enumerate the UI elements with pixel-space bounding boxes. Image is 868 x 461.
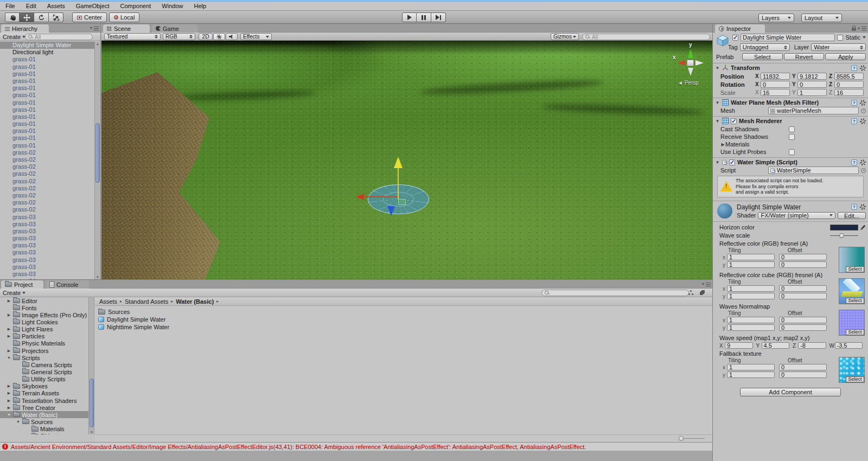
gear-icon[interactable] bbox=[860, 118, 866, 124]
wave-speed-x-field[interactable]: 9 bbox=[725, 342, 753, 349]
texture-preview[interactable]: Select bbox=[839, 357, 865, 383]
hierarchy-item[interactable]: grass-03 bbox=[0, 257, 94, 264]
hierarchy-item[interactable]: grass-03 bbox=[0, 249, 94, 256]
project-file-item[interactable]: Nighttime Simple Water bbox=[98, 323, 712, 331]
hierarchy-item[interactable]: grass-01 bbox=[0, 113, 94, 120]
tag-dropdown[interactable]: Untagged bbox=[740, 43, 790, 51]
foldout-closed-icon[interactable]: ▶ bbox=[720, 142, 725, 147]
project-tree-item[interactable]: ▶Projectors bbox=[0, 347, 88, 354]
hand-tool-button[interactable] bbox=[5, 12, 20, 22]
project-tree-item[interactable]: Physic Materials bbox=[0, 340, 88, 347]
menu-item-help[interactable]: Help bbox=[188, 2, 212, 11]
object-picker-icon[interactable] bbox=[861, 168, 866, 173]
hierarchy-item[interactable]: grass-02 bbox=[0, 149, 94, 156]
axis-y-cone[interactable] bbox=[688, 49, 693, 58]
foldout-closed-icon[interactable]: ▶ bbox=[7, 384, 11, 388]
gear-icon[interactable] bbox=[860, 65, 866, 71]
texture-select-button[interactable]: Select bbox=[846, 376, 864, 382]
color-mode-dropdown[interactable]: RGB bbox=[163, 33, 195, 40]
transform-header[interactable]: ▼ Transform bbox=[713, 63, 868, 72]
breadcrumb-segment[interactable]: Water (Basic) bbox=[176, 298, 214, 305]
scroll-down-icon[interactable]: ▼ bbox=[90, 431, 93, 434]
hierarchy-item[interactable]: grass-03 bbox=[0, 242, 94, 249]
tiling-x-field[interactable]: 1 bbox=[727, 254, 775, 260]
foldout-closed-icon[interactable]: ▶ bbox=[7, 334, 11, 338]
project-tree-item[interactable]: Light Cookies bbox=[0, 318, 88, 325]
step-button[interactable] bbox=[431, 12, 446, 22]
foldout-closed-icon[interactable]: ▶ bbox=[7, 399, 11, 403]
texture-preview[interactable]: Select bbox=[839, 247, 865, 273]
renderer-checkbox[interactable] bbox=[789, 126, 795, 132]
wave-speed-y-field[interactable]: 4.5 bbox=[762, 342, 790, 349]
play-button[interactable] bbox=[402, 12, 417, 22]
help-icon[interactable] bbox=[851, 65, 857, 71]
hierarchy-item[interactable]: grass-01 bbox=[0, 71, 94, 78]
lock-icon[interactable] bbox=[852, 28, 856, 31]
menu-item-assets[interactable]: Assets bbox=[42, 2, 71, 11]
breadcrumb-segment[interactable]: Assets bbox=[99, 298, 117, 305]
hierarchy-item[interactable]: grass-01 bbox=[0, 127, 94, 135]
hierarchy-item[interactable]: grass-01 bbox=[0, 99, 94, 106]
tiling-x-field[interactable]: 1 bbox=[727, 317, 775, 323]
transform-rotation-y-field[interactable]: 0 bbox=[797, 81, 827, 88]
active-checkbox[interactable] bbox=[732, 35, 738, 41]
help-icon[interactable] bbox=[851, 118, 857, 124]
foldout-open-icon[interactable]: ▼ bbox=[7, 356, 11, 360]
material-sphere-preview[interactable] bbox=[717, 203, 732, 219]
project-create-button[interactable]: Create bbox=[3, 289, 25, 297]
mesh-renderer-header[interactable]: ▼ Mesh Renderer bbox=[713, 116, 868, 125]
transform-scale-z-field[interactable]: 16 bbox=[834, 89, 864, 96]
script-object-field[interactable]: WaterSimple bbox=[768, 167, 859, 174]
hierarchy-item[interactable]: grass-01 bbox=[0, 78, 94, 85]
project-file-item[interactable]: Daylight Simple Water bbox=[98, 316, 712, 323]
slider-handle[interactable] bbox=[839, 233, 844, 238]
mesh-object-field[interactable]: waterPlaneMesh bbox=[768, 107, 859, 114]
foldout-closed-icon[interactable]: ▶ bbox=[7, 391, 11, 395]
transform-position-x-field[interactable]: 11832. bbox=[761, 73, 790, 80]
search-by-label-button[interactable] bbox=[700, 290, 705, 295]
hierarchy-item[interactable]: grass-01 bbox=[0, 142, 94, 149]
gizmo-x-axis-handle[interactable] bbox=[356, 194, 364, 200]
offset-y-field[interactable]: 0 bbox=[779, 261, 827, 268]
foldout-open-icon[interactable]: ▼ bbox=[715, 160, 720, 165]
scene-audio-toggle[interactable] bbox=[226, 33, 238, 40]
hierarchy-item[interactable]: grass-01 bbox=[0, 63, 94, 71]
hierarchy-item[interactable]: grass-02 bbox=[0, 156, 94, 163]
add-component-button[interactable]: Add Component bbox=[740, 388, 841, 396]
prefab-apply-button[interactable]: Apply bbox=[825, 53, 866, 60]
project-tree-item[interactable]: ▶Tree Creator bbox=[0, 404, 88, 411]
hierarchy-item[interactable]: grass-03 bbox=[0, 271, 94, 278]
transform-position-z-field[interactable]: 8585.5 bbox=[834, 73, 864, 80]
panel-menu-icons[interactable]: ▾ bbox=[702, 281, 711, 286]
offset-x-field[interactable]: 0 bbox=[779, 254, 827, 260]
tiling-x-field[interactable]: 1 bbox=[727, 285, 775, 292]
foldout-closed-icon[interactable]: ▶ bbox=[25, 434, 30, 434]
scroll-up-icon[interactable]: ▲ bbox=[96, 42, 99, 46]
project-tree-scrollbar[interactable]: ▼ bbox=[88, 297, 94, 434]
rotate-tool-button[interactable] bbox=[34, 12, 49, 22]
hierarchy-item[interactable]: grass-02 bbox=[0, 206, 94, 213]
hierarchy-search-input[interactable]: All bbox=[25, 34, 93, 40]
hierarchy-item[interactable]: grass-01 bbox=[0, 85, 94, 92]
perspective-label[interactable]: ◄ Persp bbox=[678, 80, 699, 86]
hierarchy-item[interactable]: grass-01 bbox=[0, 120, 94, 127]
hierarchy-item[interactable]: grass-01 bbox=[0, 135, 94, 142]
project-tree-item[interactable]: ▼Water (Basic) bbox=[0, 411, 88, 418]
scene-lighting-toggle[interactable] bbox=[213, 33, 225, 40]
mesh-filter-header[interactable]: ▼ Water Plane Mesh (Mesh Filter) bbox=[713, 98, 868, 107]
foldout-closed-icon[interactable]: ▶ bbox=[7, 349, 11, 353]
panel-menu-icons[interactable]: ▾ bbox=[852, 25, 866, 31]
menu-item-window[interactable]: Window bbox=[156, 2, 188, 11]
hierarchy-item[interactable]: Daylight Simple Water bbox=[0, 42, 94, 49]
project-tree-item[interactable]: ▶Image Effects (Pro Only) bbox=[0, 311, 88, 318]
transform-rotation-x-field[interactable]: 0 bbox=[761, 81, 790, 88]
transform-rotation-z-field[interactable]: 0 bbox=[834, 81, 864, 88]
shader-dropdown[interactable]: FX/Water (simple) bbox=[758, 212, 835, 219]
gizmos-dropdown[interactable]: Gizmos bbox=[551, 33, 579, 40]
texture-preview[interactable]: Select bbox=[839, 278, 865, 304]
hierarchy-scrollbar[interactable]: ▲ ▼ bbox=[94, 42, 100, 279]
project-tree-item[interactable]: ▼Sources bbox=[0, 418, 88, 425]
slider-handle[interactable] bbox=[679, 436, 684, 441]
project-tree-item[interactable]: General Scripts bbox=[0, 368, 88, 375]
tab-scene[interactable]: Scene bbox=[103, 24, 150, 33]
